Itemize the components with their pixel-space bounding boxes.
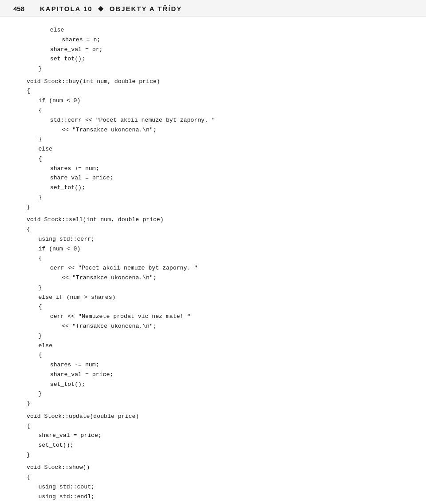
code-line: } xyxy=(27,399,413,409)
diamond-icon: ◆ xyxy=(98,4,104,12)
code-line: } xyxy=(27,450,413,460)
code-line: shares += num; xyxy=(27,164,413,174)
code-line: share_val = price; xyxy=(27,370,413,380)
code-line: { xyxy=(27,302,413,312)
code-line: } xyxy=(27,202,413,212)
code-line: using std::cerr; xyxy=(27,234,413,244)
code-blank-line xyxy=(27,409,413,412)
code-line: << "Transakce ukoncena.\n"; xyxy=(27,321,413,331)
code-line: set_tot(); xyxy=(27,54,413,64)
page-number: 458 xyxy=(13,5,31,12)
code-line: { xyxy=(27,106,413,115)
chapter-label: Kapitola 10 xyxy=(40,5,93,12)
code-line: if (num < 0) xyxy=(27,96,413,106)
code-line: } xyxy=(27,389,413,399)
code-line: { xyxy=(27,225,413,234)
code-line: using std::cout; xyxy=(27,482,413,492)
code-blank-line xyxy=(27,460,413,463)
code-line: { xyxy=(27,154,413,164)
code-line: << "Transakce ukoncena.\n"; xyxy=(27,273,413,283)
page: 458 Kapitola 10 ◆ Objekty a třídy elsesh… xyxy=(0,0,426,504)
code-line: void Stock::sell(int num, double price) xyxy=(27,215,413,225)
code-line: else xyxy=(27,144,413,154)
code-line: << "Transakce ukoncena.\n"; xyxy=(27,125,413,135)
code-line: { xyxy=(27,86,413,96)
chapter-title: Kapitola 10 ◆ Objekty a třídy xyxy=(40,4,182,12)
code-line: set_tot(); xyxy=(27,183,413,193)
code-line: if (num < 0) xyxy=(27,244,413,254)
code-line: } xyxy=(27,135,413,144)
code-line: void Stock::buy(int num, double price) xyxy=(27,77,413,87)
code-line: { xyxy=(27,254,413,263)
code-block: elseshares = n;share_val = pr;set_tot();… xyxy=(0,16,426,504)
code-blank-line xyxy=(27,212,413,215)
code-line: cout << "Firma: " << company xyxy=(27,502,413,504)
code-line: cerr << "Pocet akcii nemuze byt zaporny.… xyxy=(27,263,413,273)
code-line: else xyxy=(27,25,413,35)
code-line: share_val = price; xyxy=(27,173,413,183)
code-line: shares -= num; xyxy=(27,360,413,370)
code-line: shares = n; xyxy=(27,35,413,45)
code-line: } xyxy=(27,283,413,293)
code-line: } xyxy=(27,331,413,341)
code-line: std::cerr << "Pocet akcii nemuze byt zap… xyxy=(27,115,413,125)
code-line: { xyxy=(27,421,413,431)
code-blank-line xyxy=(27,74,413,77)
code-line: share_val = pr; xyxy=(27,45,413,55)
code-line: else xyxy=(27,341,413,351)
code-line: share_val = price; xyxy=(27,431,413,441)
code-line: } xyxy=(27,193,413,202)
code-line: { xyxy=(27,472,413,482)
code-line: else if (num > shares) xyxy=(27,293,413,302)
code-line: void Stock::show() xyxy=(27,463,413,472)
code-line: using std::endl; xyxy=(27,492,413,502)
code-line: void Stock::update(double price) xyxy=(27,412,413,421)
code-line: set_tot(); xyxy=(27,380,413,389)
code-line: { xyxy=(27,350,413,360)
code-line: } xyxy=(27,64,413,74)
code-line: set_tot(); xyxy=(27,441,413,450)
chapter-subject: Objekty a třídy xyxy=(110,5,182,12)
page-header: 458 Kapitola 10 ◆ Objekty a třídy xyxy=(0,0,426,16)
code-line: cerr << "Nemuzete prodat vic nez mate! " xyxy=(27,312,413,321)
